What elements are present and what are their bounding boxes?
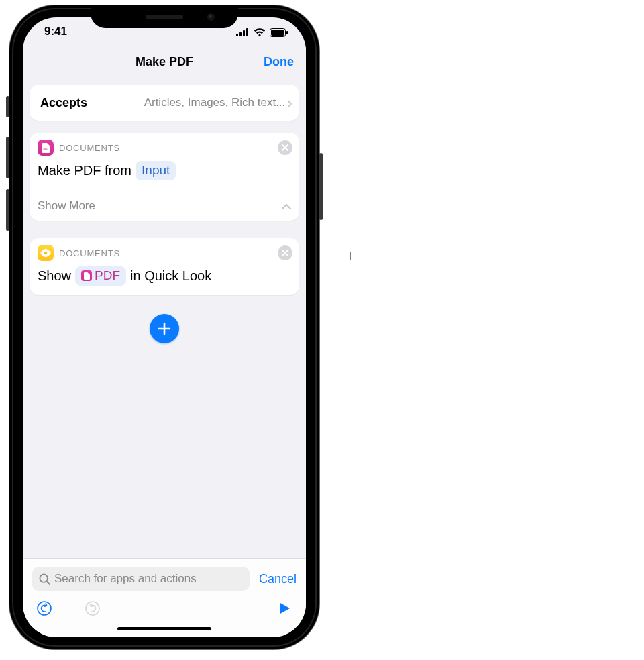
action-make-pdf[interactable]: DOCUMENTS Make PDF from Input Show More	[30, 133, 299, 221]
content: Accepts Articles, Images, Rich text... ›	[23, 85, 306, 343]
svg-point-9	[44, 252, 48, 255]
run-button[interactable]	[279, 602, 291, 618]
search-input[interactable]: Search for apps and actions	[32, 567, 250, 591]
svg-rect-1	[239, 32, 241, 36]
volume-up-btn	[6, 137, 9, 178]
screen: 9:41	[23, 17, 306, 637]
pdf-variable-pill[interactable]: PDF	[75, 266, 126, 286]
phone-frame: 9:41	[9, 5, 319, 649]
status-right	[236, 27, 288, 37]
svg-rect-0	[236, 34, 238, 36]
mute-switch	[6, 96, 9, 117]
delete-action-button[interactable]	[278, 245, 292, 260]
add-action-button[interactable]	[150, 314, 179, 343]
undo-icon	[36, 600, 52, 616]
action-text: Show	[38, 268, 71, 284]
svg-point-11	[38, 602, 51, 615]
action-text: Make PDF from	[38, 163, 131, 178]
play-icon	[279, 602, 291, 615]
pdf-mini-icon	[81, 270, 92, 281]
svg-rect-5	[271, 30, 284, 36]
chevron-up-icon	[282, 199, 291, 213]
undo-button[interactable]	[36, 600, 52, 619]
svg-rect-8	[43, 149, 47, 150]
wifi-icon	[254, 28, 266, 37]
input-variable-pill[interactable]: Input	[136, 161, 176, 180]
pill-label: PDF	[95, 268, 120, 283]
status-time: 9:41	[44, 25, 67, 38]
search-placeholder: Search for apps and actions	[54, 572, 197, 586]
pill-label: Input	[142, 163, 170, 178]
svg-rect-6	[286, 31, 288, 34]
accepts-row[interactable]: Accepts Articles, Images, Rich text... ›	[30, 85, 299, 121]
redo-icon	[85, 600, 101, 616]
callout-line	[166, 256, 351, 256]
volume-down-btn	[6, 189, 9, 231]
done-button[interactable]: Done	[264, 47, 294, 76]
action-category: DOCUMENTS	[59, 248, 120, 258]
plus-icon	[157, 321, 172, 336]
toolbar	[32, 591, 297, 623]
quick-look-icon	[38, 245, 54, 261]
action-quick-look[interactable]: DOCUMENTS Show PDF in Qu	[30, 238, 299, 295]
delete-action-button[interactable]	[278, 140, 292, 155]
cellular-icon	[236, 28, 250, 36]
documents-icon	[38, 140, 54, 156]
status-bar: 9:41	[23, 17, 306, 47]
svg-rect-3	[246, 28, 248, 36]
battery-icon	[270, 28, 288, 37]
action-text: in Quick Look	[130, 268, 211, 284]
svg-point-12	[86, 602, 99, 615]
action-category: DOCUMENTS	[59, 143, 120, 153]
svg-rect-2	[243, 30, 245, 36]
close-icon	[282, 144, 288, 151]
bottom-sheet: Search for apps and actions Cancel	[23, 558, 306, 637]
side-button	[319, 153, 323, 220]
svg-rect-7	[43, 148, 47, 148]
accepts-label: Accepts	[40, 96, 87, 110]
nav-bar: Make PDF Done	[23, 47, 306, 78]
accepts-value: Articles, Images, Rich text...	[87, 96, 286, 109]
redo-button[interactable]	[85, 600, 101, 619]
chevron-right-icon: ›	[286, 94, 292, 111]
search-icon	[39, 573, 50, 585]
home-indicator	[117, 627, 211, 630]
cancel-button[interactable]: Cancel	[259, 572, 297, 586]
show-more-button[interactable]: Show More	[30, 190, 299, 221]
show-more-label: Show More	[38, 199, 95, 213]
